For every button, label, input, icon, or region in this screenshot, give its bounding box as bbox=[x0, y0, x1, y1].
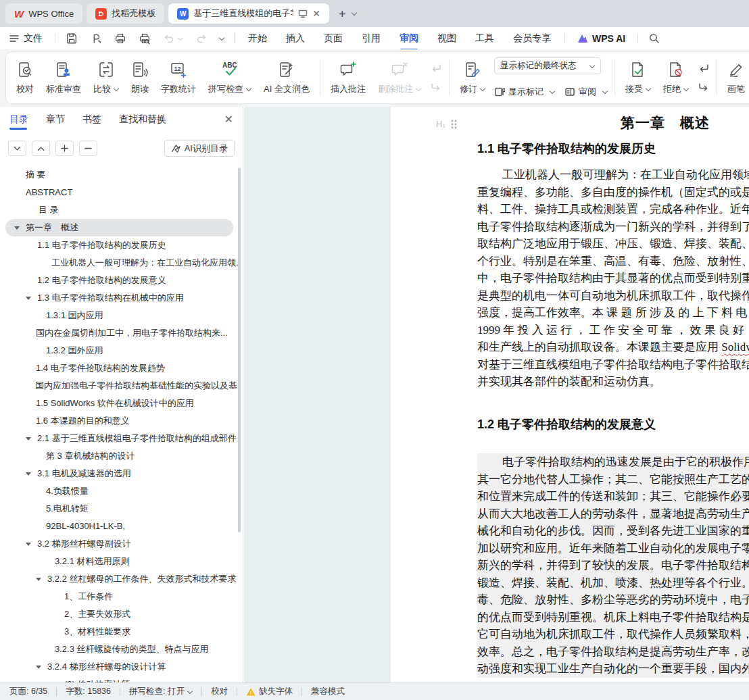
collapse-all-button[interactable] bbox=[79, 141, 97, 156]
toc-item[interactable]: 1.3.1 国内应用 bbox=[0, 307, 239, 324]
menu-tab-工具[interactable]: 工具 bbox=[466, 29, 504, 48]
panel-tab-章节[interactable]: 章节 bbox=[46, 109, 65, 130]
collapse-arrow-icon[interactable] bbox=[26, 437, 31, 441]
toc-item[interactable]: 3.1 电机及减速器的选用 bbox=[0, 465, 239, 482]
doc-line[interactable]: 中，电子零件拾取结构由于其显著的优点而受到特别重视 bbox=[477, 270, 749, 287]
toc-item[interactable]: 4.负载惯量 bbox=[0, 482, 239, 500]
toc-item[interactable]: 国内在金属切削加工中，用电子零件拾取结构来... bbox=[0, 324, 239, 342]
panel-tab-书签[interactable]: 书签 bbox=[82, 109, 101, 130]
doc-line[interactable]: 对基于三维直线模组电子零件拾取结构电子零件拾取结构的各 bbox=[477, 356, 749, 374]
spellcheck-flagged-word[interactable]: Solidwork bbox=[721, 341, 749, 353]
doc-line[interactable]: 锻造、焊接、装配、机加、喷漆、热处理等各个行业。特别 bbox=[477, 574, 749, 592]
expand-down-button[interactable] bbox=[8, 141, 26, 156]
ai-recognize-toc-button[interactable]: AI识别目录 bbox=[164, 140, 235, 157]
menu-tab-页面[interactable]: 页面 bbox=[314, 29, 352, 48]
reject-change-button[interactable]: 拒绝 bbox=[657, 53, 695, 103]
doc-line[interactable]: 强度，提高工作效率。本 课 题 所 涉 及 的 上 下 料 电 子 bbox=[477, 304, 749, 322]
toc-item[interactable]: 3、材料性能要求 bbox=[0, 623, 239, 641]
file-menu[interactable]: 文件 bbox=[0, 32, 51, 45]
toc-item[interactable]: 目 录 bbox=[0, 201, 239, 219]
doc-line[interactable]: 个行业。特别是在笨重、高温、有毒、危险、放射性、多粉 bbox=[477, 253, 749, 270]
heading-1-2[interactable]: 1.2 电子零件拾取结构的发展意义 bbox=[477, 416, 656, 432]
standard-review-button[interactable]: 标准审查 bbox=[40, 53, 87, 103]
delete-comment-button[interactable]: 删除批注 bbox=[372, 53, 427, 103]
word-count-button[interactable]: 12 字数统计 bbox=[155, 53, 202, 103]
doc-line[interactable]: 电子零件拾取结构的迅速发展是由于它的积极作用正 bbox=[477, 453, 749, 471]
menu-tab-会员专享[interactable]: 会员专享 bbox=[504, 29, 560, 48]
toc-item[interactable]: 1.5 SolidWorks 软件在机械设计中的应用 bbox=[0, 395, 239, 412]
wps-ai-button[interactable]: WPS AI bbox=[569, 33, 633, 44]
menu-tab-审阅[interactable]: 审阅 bbox=[390, 29, 428, 48]
heading-drag-handle[interactable]: H₁ bbox=[436, 119, 457, 129]
quickbar-more-icon[interactable] bbox=[219, 36, 224, 41]
close-panel-icon[interactable]: ✕ bbox=[224, 113, 233, 126]
toc-item[interactable]: ABSTRACT bbox=[0, 184, 239, 201]
doc-line[interactable]: 和位置来完成工件的传送和装卸；其三、它能操作必要的机 bbox=[477, 488, 749, 505]
share-screen-icon[interactable] bbox=[298, 9, 308, 18]
proofread-button[interactable]: 校对 bbox=[10, 53, 40, 103]
toc-item[interactable]: 摘 要 bbox=[0, 166, 239, 184]
chapter-title[interactable]: 第一章 概述 bbox=[621, 114, 710, 132]
doc-line[interactable]: 并实现其各部件的装配和运动仿真。 bbox=[477, 373, 749, 391]
doc-line[interactable]: 1999 年 投 入 运 行 ， 工 作 安 全 可 靠 ， 效 果 良 好 ， bbox=[477, 322, 749, 339]
doc-line[interactable]: 毒、危险、放射性、多粉尘等恶劣的劳动环境中，电子零件 bbox=[477, 591, 749, 609]
toc-item[interactable]: 92BL-4030H1-LK-B, bbox=[0, 518, 239, 535]
doc-line[interactable]: 和生产线上的自动抓取设备。本课题主要是应用 Solidwork bbox=[477, 339, 749, 356]
collapse-arrow-icon[interactable] bbox=[14, 226, 20, 230]
toc-item[interactable]: 1.6 本课题的目的和意义 bbox=[0, 412, 239, 430]
toc-item[interactable]: 第 3 章机械结构的设计 bbox=[0, 447, 239, 465]
doc-line[interactable]: 从而大大地改善工人的劳动条件，显著地提高劳动生产率， bbox=[477, 505, 749, 523]
ai-polish-button[interactable]: AI 全文润色 bbox=[258, 53, 316, 103]
toc-item[interactable]: 1.2 电子零件拾取结构的发展意义 bbox=[0, 272, 239, 289]
track-changes-button[interactable]: 修订 bbox=[454, 53, 491, 103]
collapse-arrow-icon[interactable] bbox=[36, 666, 41, 669]
print-preview-button[interactable] bbox=[132, 32, 157, 45]
save-button[interactable] bbox=[59, 32, 84, 45]
undo-button[interactable] bbox=[157, 32, 189, 45]
toc-item[interactable]: 1.3 电子零件拾取结构在机械中的应用 bbox=[0, 289, 239, 307]
toc-item[interactable]: 2.1 基于三维直线模组电子零件拾取结构的组成部件 bbox=[0, 430, 239, 447]
spell-check-button[interactable]: ABC 拼写检查 bbox=[202, 53, 258, 103]
previous-comment-icon[interactable] bbox=[430, 62, 442, 74]
paragraph-2[interactable]: 电子零件拾取结构的迅速发展是由于它的积极作用正其一它分地代替人工操作；其二、它能… bbox=[477, 453, 749, 678]
doc-line[interactable]: 的优点而受到特别重视。机床上料电子零件拾取结构是典型 bbox=[477, 609, 749, 626]
print-button[interactable] bbox=[108, 32, 132, 45]
next-comment-icon[interactable] bbox=[430, 81, 442, 93]
toc-item[interactable]: 国内应加强电子零件拾取结构基础性能的实验以及基... bbox=[0, 377, 239, 395]
panel-tab-目录[interactable]: 目录 bbox=[9, 109, 28, 130]
compat-mode-indicator[interactable]: 兼容模式 bbox=[311, 686, 345, 697]
toc-item[interactable]: 3.2.4 梯形丝杆螺母的设计计算 bbox=[0, 658, 239, 676]
spellcheck-indicator[interactable]: 拼写检查: 打开 bbox=[129, 686, 193, 697]
toc-item[interactable]: 5.电机转矩 bbox=[0, 500, 239, 518]
toc-item[interactable]: (2) 传动效率计算 bbox=[0, 676, 239, 682]
menu-tab-视图[interactable]: 视图 bbox=[428, 29, 466, 48]
paragraph-1[interactable]: 工业机器人一般可理解为：在工业自动化应用领域中重复编程、多功能、多自由度的操作机… bbox=[477, 166, 749, 391]
accept-change-button[interactable]: 接受 bbox=[619, 53, 657, 103]
tab-list-chevron-icon[interactable] bbox=[352, 11, 357, 16]
doc-line[interactable]: 料、工件、操持工具或检测装置，完成各种作业。近年来随 bbox=[477, 201, 749, 218]
menu-tab-插入[interactable]: 插入 bbox=[276, 29, 314, 48]
doc-line[interactable]: 工业机器人一般可理解为：在工业自动化应用领域中 bbox=[477, 166, 749, 184]
menu-tab-开始[interactable]: 开始 bbox=[239, 29, 276, 48]
toc-item[interactable]: 3.2 梯形丝杆螺母副设计 bbox=[0, 535, 239, 553]
toc-item[interactable]: 3.2.2 丝杠螺母的工作条件、失效形式和技术要求 bbox=[0, 570, 239, 588]
doc-line[interactable]: 效率。总之，电子零件拾取结构是提高劳动生产率，改善劳 bbox=[477, 643, 749, 661]
review-pane-button[interactable]: 审阅 bbox=[564, 86, 608, 98]
proofread-status[interactable]: 校对 bbox=[211, 686, 228, 697]
toc-item[interactable]: 第一章 概述 bbox=[5, 219, 233, 236]
redo-button[interactable] bbox=[189, 32, 214, 45]
toc-item[interactable]: 1.3.2 国外应用 bbox=[0, 342, 239, 359]
search-icon[interactable] bbox=[642, 32, 666, 44]
toc-item[interactable]: 2、主要失效形式 bbox=[0, 605, 239, 623]
doc-line[interactable]: 动强度和实现工业生产自动化的一个重要手段，国内外都 bbox=[477, 660, 749, 678]
panel-scrollbar[interactable] bbox=[238, 168, 241, 532]
collapse-arrow-icon[interactable] bbox=[36, 578, 41, 581]
collapse-arrow-icon[interactable] bbox=[26, 297, 31, 300]
word-count-indicator[interactable]: 字数: 15836 bbox=[66, 686, 111, 697]
tab-document[interactable]: W 基于三维直线模组的电子零件 ✕ bbox=[168, 3, 329, 24]
markup-state-dropdown[interactable]: 显示标记的最终状态 bbox=[494, 57, 601, 74]
compare-button[interactable]: 比较 bbox=[87, 53, 125, 103]
tab-docer-templates[interactable]: 找稻壳模板 bbox=[87, 3, 164, 24]
missing-font-warning[interactable]: ! 缺失字体 bbox=[246, 686, 293, 697]
doc-line[interactable]: 械化和自动化的步伐。因而，受到各先进工业国家的重视， bbox=[477, 522, 749, 540]
